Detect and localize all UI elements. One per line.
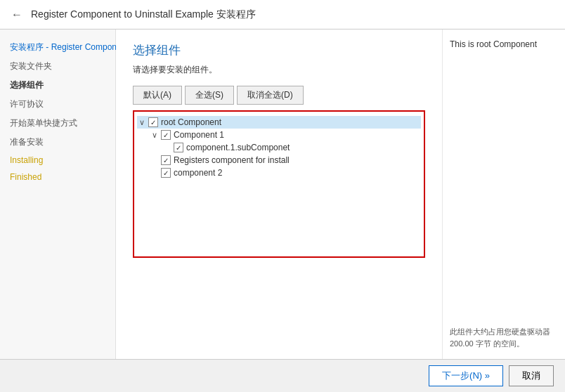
label-sub1: component.1.subComponet [186, 143, 290, 152]
checkbox-reg[interactable] [161, 155, 171, 165]
sidebar-item-installer[interactable]: 安装程序 - Register Component... [0, 38, 115, 57]
tree-item-sub1[interactable]: ∨ component.1.subComponet [137, 141, 421, 154]
content-area: 选择组件 请选择要安装的组件。 默认(A) 全选(S) 取消全选(D) ∨ ro… [116, 30, 442, 359]
component-description: This is root Component [450, 39, 558, 49]
select-all-button[interactable]: 全选(S) [185, 86, 234, 105]
label-root: root Component [161, 117, 221, 127]
checkbox-comp2[interactable] [161, 168, 171, 178]
label-comp2: component 2 [174, 168, 222, 178]
checkbox-sub1[interactable] [174, 143, 183, 152]
page-title: 选择组件 [133, 42, 425, 58]
tree-item-reg[interactable]: ∨ Registers component for install [137, 154, 421, 166]
footer: 下一步(N) » 取消 [0, 359, 565, 392]
checkbox-comp1[interactable] [161, 130, 171, 140]
title-bar: ← Register Component to Uninstall Exampl… [0, 0, 565, 30]
right-panel: This is root Component 此组件大约占用您硬盘驱动器 200… [442, 30, 565, 359]
sidebar-item-prepare[interactable]: 准备安装 [0, 133, 115, 152]
component-tree: ∨ root Component ∨ Component 1 ∨ compone… [133, 110, 425, 258]
page-subtitle: 请选择要安装的组件。 [133, 64, 425, 76]
default-button[interactable]: 默认(A) [133, 86, 182, 105]
expand-icon-root[interactable]: ∨ [137, 118, 147, 127]
tree-item-comp1[interactable]: ∨ Component 1 [137, 129, 421, 141]
main-content: 安装程序 - Register Component... 安装文件夹 选择组件 … [0, 30, 565, 359]
next-button[interactable]: 下一步(N) » [429, 365, 503, 386]
sidebar-item-install-folder[interactable]: 安装文件夹 [0, 57, 115, 76]
sidebar-item-license[interactable]: 许可协议 [0, 95, 115, 114]
tree-item-comp2[interactable]: ∨ component 2 [137, 166, 421, 179]
cancel-button[interactable]: 取消 [509, 365, 554, 386]
deselect-all-button[interactable]: 取消全选(D) [237, 86, 304, 105]
expand-icon-comp1[interactable]: ∨ [150, 131, 160, 140]
sidebar-item-start-menu[interactable]: 开始菜单快捷方式 [0, 114, 115, 133]
sidebar-item-select-components[interactable]: 选择组件 [0, 76, 115, 95]
toolbar: 默认(A) 全选(S) 取消全选(D) [133, 86, 425, 105]
back-button[interactable]: ← [11, 8, 22, 21]
label-reg: Registers component for install [174, 155, 290, 165]
disk-info: 此组件大约占用您硬盘驱动器 200.00 字节 的空间。 [450, 326, 558, 349]
sidebar-item-finished: Finished [0, 169, 115, 185]
sidebar-item-installing: Installing [0, 152, 115, 169]
checkbox-root[interactable] [148, 117, 158, 127]
label-comp1: Component 1 [174, 130, 224, 140]
window-title: Register Component to Uninstall Example … [31, 8, 256, 21]
tree-item-root[interactable]: ∨ root Component [137, 116, 421, 129]
sidebar: 安装程序 - Register Component... 安装文件夹 选择组件 … [0, 30, 116, 359]
